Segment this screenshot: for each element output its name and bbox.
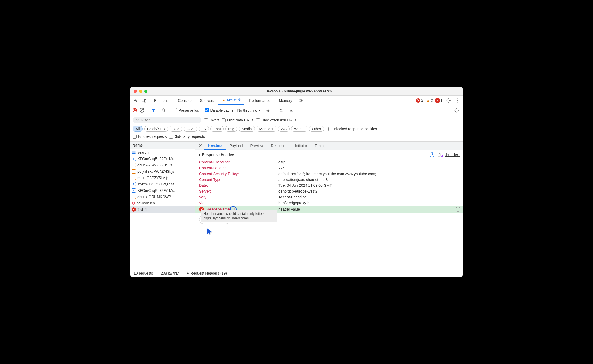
header-row: Via:http/2 edgeproxy-h <box>195 200 463 206</box>
request-item[interactable]: TKFOmCnqEu92Fr1Mu... <box>130 187 195 194</box>
request-item[interactable]: Tstyles-T73CSHRQ.css <box>130 181 195 187</box>
network-conditions-icon[interactable] <box>264 107 272 114</box>
svg-point-7 <box>162 109 164 111</box>
svg-point-8 <box>268 111 268 112</box>
request-item[interactable]: ⟨⟩chunk-GRHMKOWP.js <box>130 194 195 200</box>
blocked-cookies-checkbox[interactable]: Blocked response cookies <box>328 127 377 131</box>
status-requests: 10 requests <box>130 269 157 277</box>
request-item[interactable]: ☰search <box>130 149 195 156</box>
filter-type-css[interactable]: CSS <box>184 126 197 132</box>
settings-icon[interactable] <box>445 97 452 104</box>
network-settings-icon[interactable] <box>453 107 460 114</box>
third-party-checkbox[interactable]: 3rd-party requests <box>169 134 205 139</box>
devtools-window: DevTools - bubble-jingle.web.app/search … <box>130 87 463 277</box>
status-bar: 10 requests 238 kB tran ▶ Request Header… <box>130 269 463 277</box>
filter-bar: Invert Hide data URLs Hide extension URL… <box>130 115 463 142</box>
clear-button[interactable] <box>140 108 144 113</box>
request-item[interactable]: ⟨⟩polyfills-UPW4ZMSI.js <box>130 168 195 175</box>
request-item[interactable]: ✕?lvl=1 <box>130 206 195 213</box>
record-button[interactable] <box>133 108 137 112</box>
filter-type-doc[interactable]: Doc <box>170 126 182 132</box>
filter-type-img[interactable]: Img <box>225 126 237 132</box>
svg-point-9 <box>456 110 457 111</box>
filter-icon[interactable] <box>150 107 157 114</box>
error-icon: ✕ <box>416 98 420 103</box>
svg-point-4 <box>457 98 458 99</box>
throttling-select[interactable]: No throttling ▾ <box>236 108 262 113</box>
blocked-requests-checkbox[interactable]: Blocked requests <box>133 134 167 139</box>
device-icon[interactable] <box>141 97 148 104</box>
network-toolbar: Preserve log Disable cache No throttling… <box>130 105 463 115</box>
tab-network[interactable]: ▲Network <box>218 96 244 105</box>
content-tab-payload[interactable]: Payload <box>226 142 247 150</box>
headers-body: ▼ Response Headers ? .headers Content-En… <box>195 150 463 269</box>
close-details-icon[interactable] <box>196 142 204 149</box>
filter-input[interactable] <box>133 117 201 123</box>
filter-type-all[interactable]: All <box>133 126 143 132</box>
response-headers-section[interactable]: ▼ Response Headers ? .headers <box>195 150 463 159</box>
request-details: HeadersPayloadPreviewResponseInitiatorTi… <box>195 142 463 269</box>
filter-type-fetch-xhr[interactable]: Fetch/XHR <box>144 126 168 132</box>
main-tabs: ElementsConsoleSources▲NetworkPerformanc… <box>130 96 463 105</box>
close-window-button[interactable] <box>134 90 137 93</box>
invert-checkbox[interactable]: Invert <box>204 118 219 122</box>
filter-type-manifest[interactable]: Manifest <box>257 126 276 132</box>
tab-elements[interactable]: Elements <box>150 96 173 105</box>
header-row: Content-Type:application/json; charset=u… <box>195 177 463 183</box>
header-row: Vary:Accept-Encoding <box>195 194 463 200</box>
menu-icon[interactable] <box>453 97 461 104</box>
request-item[interactable]: ⟨⟩chunk-Z5WZJGHS.js <box>130 162 195 168</box>
filter-type-font[interactable]: Font <box>210 126 224 132</box>
preserve-log-checkbox[interactable]: Preserve log <box>173 108 199 112</box>
content-tab-preview[interactable]: Preview <box>247 142 267 150</box>
content-tab-initiator[interactable]: Initiator <box>291 142 311 150</box>
request-item[interactable]: ⟨⟩main-G3PZY5LV.js <box>130 175 195 181</box>
maximize-window-button[interactable] <box>144 90 147 93</box>
help-icon[interactable]: ? <box>430 152 434 157</box>
svg-point-3 <box>448 100 450 101</box>
expand-icon: ▼ <box>198 153 201 156</box>
minimize-window-button[interactable] <box>139 90 142 93</box>
chevron-down-icon: ▾ <box>259 108 261 112</box>
filter-type-js[interactable]: JS <box>199 126 209 132</box>
filter-type-other[interactable]: Other <box>309 126 324 132</box>
warning-icon: ▲ <box>426 98 430 103</box>
filter-type-media[interactable]: Media <box>239 126 255 132</box>
hide-extension-urls-checkbox[interactable]: Hide extension URLs <box>256 118 296 122</box>
content-tab-headers[interactable]: Headers <box>204 142 226 150</box>
issue-icon: ▪ <box>435 98 440 103</box>
header-row: Server:deno/gcp-europe-west2 <box>195 188 463 194</box>
more-tabs-icon[interactable] <box>297 97 304 104</box>
filter-type-ws[interactable]: WS <box>278 126 290 132</box>
search-icon[interactable] <box>160 107 167 114</box>
tab-sources[interactable]: Sources <box>196 96 217 105</box>
info-icon[interactable]: i <box>456 207 460 212</box>
content-tab-response[interactable]: Response <box>267 142 291 150</box>
titlebar: DevTools - bubble-jingle.web.app/search <box>130 87 463 96</box>
svg-point-6 <box>457 102 458 103</box>
new-header-value[interactable]: header value <box>278 207 300 211</box>
download-icon[interactable] <box>287 107 295 114</box>
hide-data-urls-checkbox[interactable]: Hide data URLs <box>222 118 253 122</box>
header-row: Date:Tue, 04 Jun 2024 11:09:05 GMT <box>195 183 463 188</box>
request-item[interactable]: TKFOmCnqEu92Fr1Mu... <box>130 156 195 162</box>
errors-badge[interactable]: ✕ 2 <box>416 98 423 103</box>
tab-console[interactable]: Console <box>174 96 195 105</box>
content-tab-timing[interactable]: Timing <box>311 142 329 150</box>
window-title: DevTools - bubble-jingle.web.app/search <box>147 89 463 93</box>
headers-file-link[interactable]: .headers <box>437 153 460 157</box>
header-row: Content-Encoding:gzip <box>195 159 463 165</box>
filter-type-wasm[interactable]: Wasm <box>291 126 307 132</box>
sidebar-column-name[interactable]: Name <box>130 142 195 149</box>
request-headers-section[interactable]: ▶ Request Headers (19) <box>183 269 463 277</box>
content-tabs: HeadersPayloadPreviewResponseInitiatorTi… <box>195 142 463 150</box>
request-item[interactable]: favicon.ico <box>130 200 195 206</box>
disable-cache-checkbox[interactable]: Disable cache <box>205 108 234 112</box>
upload-icon[interactable] <box>277 107 285 114</box>
warnings-badge[interactable]: ▲ 3 <box>426 98 433 103</box>
tab-performance[interactable]: Performance <box>245 96 274 105</box>
tab-memory[interactable]: Memory <box>275 96 296 105</box>
cursor-annotation <box>206 228 213 235</box>
issues-badge[interactable]: ▪ 1 <box>435 98 442 103</box>
inspect-icon[interactable] <box>132 97 140 104</box>
